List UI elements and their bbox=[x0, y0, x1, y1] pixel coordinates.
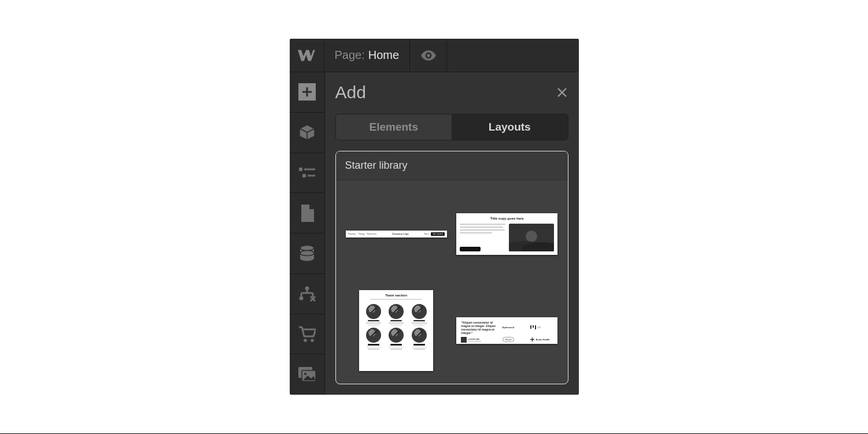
nav-item: Features bbox=[348, 233, 356, 235]
cart-icon bbox=[298, 326, 316, 342]
database-icon bbox=[299, 245, 315, 261]
avatar-icon bbox=[366, 304, 381, 319]
starter-library-card: Starter library Features Pricing Resourc… bbox=[335, 151, 568, 384]
layout-thumb-navbar[interactable]: Features Pricing Resources Company Logo … bbox=[346, 231, 447, 238]
rail-cms[interactable] bbox=[290, 233, 324, 274]
svg-point-17 bbox=[304, 373, 306, 375]
nav-item: Docs bbox=[424, 233, 429, 235]
webflow-logo-icon bbox=[298, 50, 315, 61]
add-panel: Add Elements Layouts Starter library bbox=[324, 72, 579, 395]
rail-pages[interactable] bbox=[290, 193, 324, 233]
hero-cta bbox=[460, 247, 481, 251]
svg-point-9 bbox=[305, 287, 309, 291]
avatar-icon bbox=[461, 337, 467, 343]
svg-rect-5 bbox=[308, 175, 315, 176]
page-selector[interactable]: Page: Home bbox=[324, 39, 411, 72]
rail-assets[interactable] bbox=[290, 354, 324, 395]
brand-logo: Brand bbox=[503, 337, 526, 342]
hero-text-col bbox=[460, 224, 505, 251]
avatar-icon bbox=[389, 304, 404, 319]
layout-thumb-logos[interactable]: "Aliquet consectetur id magna ut integer… bbox=[456, 317, 557, 344]
cube-icon bbox=[299, 124, 315, 140]
brand-logo: Ephemeral bbox=[503, 326, 526, 329]
team-grid bbox=[364, 304, 429, 350]
rail-add[interactable] bbox=[290, 72, 324, 113]
avatar-icon bbox=[389, 328, 404, 343]
avatar-icon bbox=[412, 304, 427, 319]
layout-thumb-team[interactable]: Team section bbox=[359, 290, 433, 371]
page-label: Page: bbox=[335, 49, 365, 62]
svg-point-14 bbox=[311, 339, 314, 342]
brand-logo: Acme Health bbox=[530, 337, 553, 342]
svg-point-10 bbox=[299, 296, 303, 301]
top-bar: Page: Home bbox=[290, 39, 579, 72]
hero-title: Title copy goes here bbox=[460, 217, 554, 220]
brand-logo: CC bbox=[530, 325, 553, 329]
svg-point-13 bbox=[304, 339, 307, 342]
panel-title: Add bbox=[335, 83, 366, 102]
svg-rect-2 bbox=[299, 168, 302, 171]
svg-rect-1 bbox=[302, 91, 312, 93]
plus-icon bbox=[298, 83, 316, 101]
svg-rect-3 bbox=[304, 168, 315, 170]
designer-window: Page: Home bbox=[290, 39, 579, 395]
avatar-icon bbox=[412, 328, 427, 343]
rail-components[interactable] bbox=[290, 113, 324, 153]
nav-cta: Get started bbox=[431, 232, 444, 236]
library-grid: Features Pricing Resources Company Logo … bbox=[336, 180, 568, 384]
nav-logo: Company Logo bbox=[392, 232, 409, 235]
close-icon bbox=[556, 87, 568, 98]
cross-icon bbox=[530, 337, 534, 342]
eye-icon bbox=[421, 50, 436, 61]
layout-thumb-hero[interactable]: Title copy goes here bbox=[456, 213, 557, 255]
close-panel-button[interactable] bbox=[556, 86, 568, 99]
tab-elements[interactable]: Elements bbox=[336, 114, 452, 140]
preview-button[interactable] bbox=[410, 39, 447, 72]
team-title: Team section bbox=[385, 294, 407, 297]
avatar-icon bbox=[366, 328, 381, 343]
left-tool-rail bbox=[290, 72, 324, 395]
nav-item: Pricing bbox=[359, 233, 365, 235]
library-title: Starter library bbox=[336, 151, 568, 180]
tab-layouts[interactable]: Layouts bbox=[452, 114, 568, 140]
flow-icon bbox=[298, 285, 316, 302]
testimonial-person: Lorem Ips bbox=[461, 337, 498, 343]
add-panel-tabs: Elements Layouts bbox=[335, 114, 568, 140]
nav-item: Resources bbox=[367, 233, 376, 235]
page-name: Home bbox=[368, 49, 399, 62]
page-icon bbox=[300, 205, 314, 222]
app-logo[interactable] bbox=[290, 39, 324, 72]
navigator-icon bbox=[299, 166, 315, 179]
rail-logic[interactable] bbox=[290, 274, 324, 314]
rail-ecommerce[interactable] bbox=[290, 314, 324, 355]
svg-rect-4 bbox=[302, 174, 306, 177]
testimonial-quote: "Aliquet consectetur id magna ut integer… bbox=[461, 321, 498, 335]
hero-image-placeholder bbox=[509, 224, 554, 251]
rail-navigator[interactable] bbox=[290, 153, 324, 194]
images-icon bbox=[298, 367, 316, 382]
